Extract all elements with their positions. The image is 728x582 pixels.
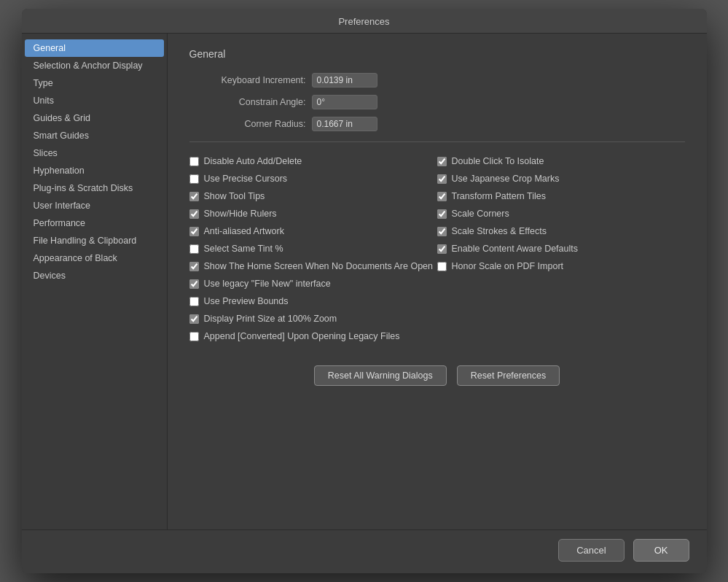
list-item: Use Precise Cursors (189, 170, 437, 187)
show-tool-tips-label[interactable]: Show Tool Tips (204, 191, 265, 201)
sidebar-item-slices[interactable]: Slices (22, 144, 167, 162)
dialog-body: GeneralSelection & Anchor DisplayTypeUni… (22, 34, 707, 529)
sidebar-item-performance[interactable]: Performance (22, 214, 167, 232)
honor-scale-pdf-import-checkbox[interactable] (437, 262, 447, 271)
transform-pattern-tiles-label[interactable]: Transform Pattern Tiles (452, 191, 546, 201)
use-japanese-crop-marks-checkbox[interactable] (437, 174, 447, 184)
display-print-size-label[interactable]: Display Print Size at 100% Zoom (204, 314, 337, 324)
list-item: Double Click To Isolate (437, 152, 685, 170)
list-item: Transform Pattern Tiles (437, 187, 685, 205)
sidebar-item-user-interface[interactable]: User Interface (22, 197, 167, 214)
sidebar: GeneralSelection & Anchor DisplayTypeUni… (22, 34, 168, 529)
keyboard-increment-input[interactable] (312, 73, 377, 88)
list-item: Scale Corners (437, 205, 685, 222)
enable-content-aware-defaults-checkbox[interactable] (437, 244, 447, 254)
dialog-footer: Cancel OK (22, 529, 707, 573)
scale-strokes-effects-label[interactable]: Scale Strokes & Effects (452, 226, 547, 236)
constrain-angle-row: Constrain Angle: (189, 95, 685, 109)
sidebar-item-hyphenation[interactable]: Hyphenation (22, 162, 167, 179)
append-converted-checkbox[interactable] (189, 332, 199, 341)
list-item: Disable Auto Add/Delete (189, 152, 437, 170)
use-precise-cursors-label[interactable]: Use Precise Cursors (204, 174, 288, 184)
enable-content-aware-defaults-label[interactable]: Enable Content Aware Defaults (452, 244, 579, 254)
list-item: Select Same Tint % (189, 240, 437, 257)
anti-aliased-artwork-label[interactable]: Anti-aliased Artwork (204, 226, 284, 236)
sidebar-item-smart-guides[interactable]: Smart Guides (22, 127, 167, 144)
corner-radius-row: Corner Radius: (189, 117, 685, 131)
display-print-size-checkbox[interactable] (189, 314, 199, 324)
use-legacy-file-new-label[interactable]: Use legacy "File New" interface (204, 279, 331, 289)
scale-strokes-effects-checkbox[interactable] (437, 227, 447, 236)
list-item: Honor Scale on PDF Import (437, 257, 685, 275)
list-item: Use Preview Bounds (189, 292, 437, 310)
scale-corners-checkbox[interactable] (437, 209, 447, 219)
double-click-isolate-label[interactable]: Double Click To Isolate (452, 156, 544, 166)
sidebar-item-guides-grid[interactable]: Guides & Grid (22, 109, 167, 127)
disable-auto-add-delete-label[interactable]: Disable Auto Add/Delete (204, 156, 302, 166)
use-precise-cursors-checkbox[interactable] (189, 174, 199, 184)
reset-warning-dialogs-button[interactable]: Reset All Warning Dialogs (314, 365, 447, 386)
preferences-dialog: Preferences GeneralSelection & Anchor Di… (22, 9, 707, 573)
disable-auto-add-delete-checkbox[interactable] (189, 157, 199, 166)
list-item: Use legacy "File New" interface (189, 275, 437, 292)
transform-pattern-tiles-checkbox[interactable] (437, 192, 447, 201)
append-converted-label[interactable]: Append [Converted] Upon Opening Legacy F… (204, 331, 400, 341)
sidebar-item-units[interactable]: Units (22, 92, 167, 109)
divider (189, 141, 685, 142)
show-tool-tips-checkbox[interactable] (189, 192, 199, 201)
list-item: Show Tool Tips (189, 187, 437, 205)
show-hide-rulers-label[interactable]: Show/Hide Rulers (204, 209, 277, 219)
reset-preferences-button[interactable]: Reset Preferences (457, 365, 560, 386)
checkbox-grid: Disable Auto Add/Delete Use Precise Curs… (189, 152, 685, 345)
checkbox-col-left: Disable Auto Add/Delete Use Precise Curs… (189, 152, 437, 345)
dialog-title: Preferences (338, 16, 389, 27)
show-home-screen-checkbox[interactable] (189, 262, 199, 271)
use-japanese-crop-marks-label[interactable]: Use Japanese Crop Marks (452, 174, 560, 184)
show-home-screen-label[interactable]: Show The Home Screen When No Documents A… (204, 261, 434, 271)
ok-button[interactable]: OK (633, 539, 689, 562)
dialog-titlebar: Preferences (22, 9, 707, 34)
use-legacy-file-new-checkbox[interactable] (189, 279, 199, 289)
list-item: Use Japanese Crop Marks (437, 170, 685, 187)
scale-corners-label[interactable]: Scale Corners (452, 209, 509, 219)
use-preview-bounds-checkbox[interactable] (189, 297, 199, 306)
select-same-tint-checkbox[interactable] (189, 244, 199, 254)
list-item: Display Print Size at 100% Zoom (189, 310, 437, 327)
list-item: Show/Hide Rulers (189, 205, 437, 222)
corner-radius-input[interactable] (312, 117, 377, 131)
sidebar-item-general[interactable]: General (25, 39, 164, 57)
select-same-tint-label[interactable]: Select Same Tint % (204, 244, 283, 254)
honor-scale-pdf-import-label[interactable]: Honor Scale on PDF Import (452, 261, 564, 271)
list-item: Show The Home Screen When No Documents A… (189, 257, 437, 275)
list-item: Enable Content Aware Defaults (437, 240, 685, 257)
corner-radius-label: Corner Radius: (189, 119, 306, 129)
list-item: Append [Converted] Upon Opening Legacy F… (189, 327, 437, 345)
keyboard-increment-label: Keyboard Increment: (189, 75, 306, 85)
section-title: General (189, 48, 685, 60)
use-preview-bounds-label[interactable]: Use Preview Bounds (204, 296, 289, 306)
sidebar-item-type[interactable]: Type (22, 74, 167, 92)
keyboard-increment-row: Keyboard Increment: (189, 73, 685, 88)
checkbox-col-right: Double Click To Isolate Use Japanese Cro… (437, 152, 685, 345)
sidebar-item-plug-ins-scratch-disks[interactable]: Plug-ins & Scratch Disks (22, 179, 167, 197)
sidebar-item-appearance-of-black[interactable]: Appearance of Black (22, 249, 167, 267)
anti-aliased-artwork-checkbox[interactable] (189, 227, 199, 236)
main-content: General Keyboard Increment: Constrain An… (168, 34, 707, 529)
sidebar-item-devices[interactable]: Devices (22, 267, 167, 284)
list-item: Anti-aliased Artwork (189, 222, 437, 240)
cancel-button[interactable]: Cancel (558, 539, 624, 562)
show-hide-rulers-checkbox[interactable] (189, 209, 199, 219)
list-item: Scale Strokes & Effects (437, 222, 685, 240)
constrain-angle-label: Constrain Angle: (189, 97, 306, 107)
sidebar-item-file-handling-clipboard[interactable]: File Handling & Clipboard (22, 232, 167, 249)
constrain-angle-input[interactable] (312, 95, 377, 109)
reset-buttons-row: Reset All Warning Dialogs Reset Preferen… (189, 365, 685, 386)
sidebar-item-selection-anchor-display[interactable]: Selection & Anchor Display (22, 57, 167, 74)
double-click-isolate-checkbox[interactable] (437, 157, 447, 166)
